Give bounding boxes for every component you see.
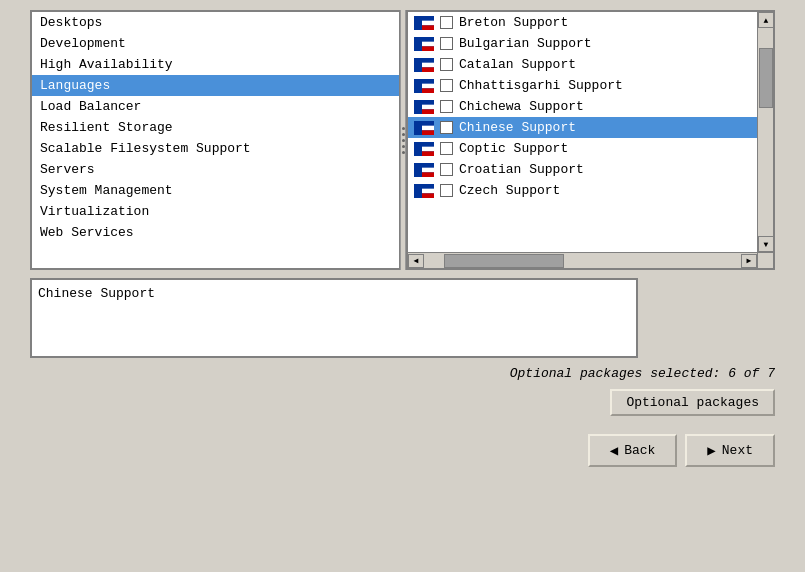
svg-rect-3 xyxy=(414,16,422,30)
package-label: Chinese Support xyxy=(459,120,576,135)
left-list-item[interactable]: Load Balancer xyxy=(32,96,399,117)
flag-icon xyxy=(414,79,434,93)
optional-packages-button[interactable]: Optional packages xyxy=(610,389,775,416)
right-list-item[interactable]: Bulgarian Support xyxy=(408,33,757,54)
right-vscroll[interactable]: ▲ ▼ xyxy=(757,12,773,252)
package-checkbox[interactable] xyxy=(440,163,453,176)
right-list-item[interactable]: Chhattisgarhi Support xyxy=(408,75,757,96)
divider-dot xyxy=(402,133,405,136)
scroll-thumb[interactable] xyxy=(759,48,773,108)
left-list-item[interactable]: High Availability xyxy=(32,54,399,75)
package-label: Breton Support xyxy=(459,15,568,30)
optional-btn-row: Optional packages xyxy=(30,389,775,416)
right-panel: Breton Support Bulgarian Support Catalan… xyxy=(406,10,775,270)
svg-rect-7 xyxy=(414,37,422,51)
package-label: Croatian Support xyxy=(459,162,584,177)
flag-icon xyxy=(414,184,434,198)
back-button[interactable]: ◀ Back xyxy=(588,434,678,467)
scroll-corner xyxy=(757,252,773,268)
back-arrow-icon: ◀ xyxy=(610,442,618,459)
right-list-item[interactable]: Chichewa Support xyxy=(408,96,757,117)
right-list-item[interactable]: Catalan Support xyxy=(408,54,757,75)
right-list-item[interactable]: Czech Support xyxy=(408,180,757,201)
left-list-item[interactable]: Languages xyxy=(32,75,399,96)
scroll-right-btn[interactable]: ▶ xyxy=(741,254,757,268)
divider-dot xyxy=(402,145,405,148)
right-list-item[interactable]: Coptic Support xyxy=(408,138,757,159)
next-button[interactable]: ▶ Next xyxy=(685,434,775,467)
description-area xyxy=(30,278,775,358)
svg-rect-27 xyxy=(414,142,422,156)
svg-rect-31 xyxy=(414,163,422,177)
package-checkbox[interactable] xyxy=(440,184,453,197)
left-list-item[interactable]: Web Services xyxy=(32,222,399,243)
right-list-item[interactable]: Croatian Support xyxy=(408,159,757,180)
flag-icon xyxy=(414,58,434,72)
divider-dot xyxy=(402,127,405,130)
right-list[interactable]: Breton Support Bulgarian Support Catalan… xyxy=(408,12,773,268)
svg-rect-19 xyxy=(414,100,422,114)
flag-icon xyxy=(414,142,434,156)
left-list-item[interactable]: Scalable Filesystem Support xyxy=(32,138,399,159)
flag-icon xyxy=(414,163,434,177)
left-list-item[interactable]: Resilient Storage xyxy=(32,117,399,138)
left-list[interactable]: DesktopsDevelopmentHigh AvailabilityLang… xyxy=(32,12,399,268)
divider-dot xyxy=(402,151,405,154)
package-label: Chhattisgarhi Support xyxy=(459,78,623,93)
svg-rect-11 xyxy=(414,58,422,72)
package-label: Chichewa Support xyxy=(459,99,584,114)
package-label: Catalan Support xyxy=(459,57,576,72)
description-box[interactable] xyxy=(30,278,638,358)
left-list-item[interactable]: System Management xyxy=(32,180,399,201)
right-hscroll[interactable]: ◀ ▶ xyxy=(408,252,757,268)
divider-dots xyxy=(402,127,405,154)
status-text: Optional packages selected: 6 of 7 xyxy=(510,366,775,381)
left-list-item[interactable]: Servers xyxy=(32,159,399,180)
next-label: Next xyxy=(722,443,753,458)
left-list-item[interactable]: Virtualization xyxy=(32,201,399,222)
package-checkbox[interactable] xyxy=(440,79,453,92)
scroll-left-btn[interactable]: ◀ xyxy=(408,254,424,268)
left-panel: DesktopsDevelopmentHigh AvailabilityLang… xyxy=(30,10,400,270)
flag-icon xyxy=(414,100,434,114)
flag-icon xyxy=(414,16,434,30)
left-list-item[interactable]: Development xyxy=(32,33,399,54)
scroll-up-btn[interactable]: ▲ xyxy=(758,12,774,28)
package-checkbox[interactable] xyxy=(440,58,453,71)
flag-icon xyxy=(414,121,434,135)
package-checkbox[interactable] xyxy=(440,16,453,29)
left-list-item[interactable]: Desktops xyxy=(32,12,399,33)
status-row: Optional packages selected: 6 of 7 xyxy=(30,366,775,381)
hscroll-thumb[interactable] xyxy=(444,254,564,268)
package-checkbox[interactable]: ✓ xyxy=(440,121,453,134)
top-panels: DesktopsDevelopmentHigh AvailabilityLang… xyxy=(30,10,775,270)
scroll-track[interactable] xyxy=(758,28,774,236)
package-checkbox[interactable] xyxy=(440,100,453,113)
divider-dot xyxy=(402,139,405,142)
main-container: DesktopsDevelopmentHigh AvailabilityLang… xyxy=(0,0,805,477)
nav-row: ◀ Back ▶ Next xyxy=(30,434,775,467)
right-list-item[interactable]: Breton Support xyxy=(408,12,757,33)
package-label: Coptic Support xyxy=(459,141,568,156)
package-checkbox[interactable] xyxy=(440,142,453,155)
back-label: Back xyxy=(624,443,655,458)
flag-icon xyxy=(414,37,434,51)
svg-rect-35 xyxy=(414,184,422,198)
svg-rect-15 xyxy=(414,79,422,93)
package-label: Bulgarian Support xyxy=(459,36,592,51)
next-arrow-icon: ▶ xyxy=(707,442,715,459)
package-label: Czech Support xyxy=(459,183,560,198)
scroll-down-btn[interactable]: ▼ xyxy=(758,236,774,252)
package-checkbox[interactable] xyxy=(440,37,453,50)
svg-rect-23 xyxy=(414,121,422,135)
right-list-item[interactable]: ✓Chinese Support xyxy=(408,117,757,138)
